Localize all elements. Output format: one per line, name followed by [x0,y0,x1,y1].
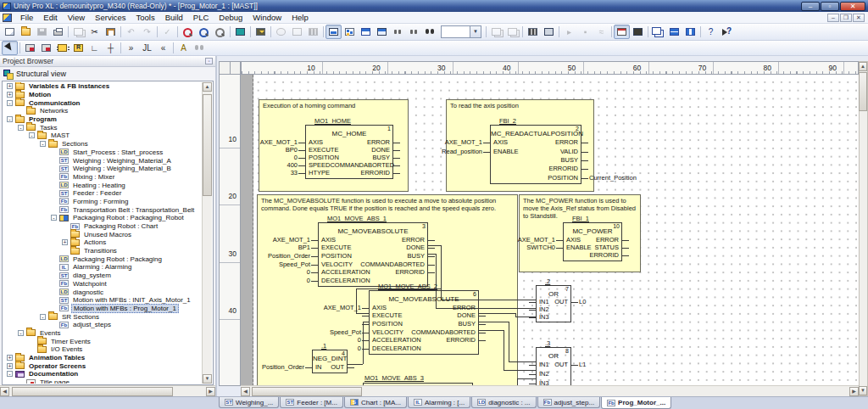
block-mc-moveabsolute-1[interactable]: MO1_MOVE_ABS_13MC_MOVEABSOLUTEAXISAXE_MO… [318,222,428,287]
search-prev-button[interactable] [390,25,406,39]
tree-item[interactable]: I/O Events [3,345,202,354]
tree-expander[interactable]: - [40,314,46,320]
data-selection-tool-button[interactable] [38,41,54,55]
chevron-down-icon[interactable]: ▼ [470,26,481,37]
minimize-button[interactable]: – [801,2,820,11]
tree-expander[interactable]: + [7,92,13,98]
tree-hscroll-thumb[interactable] [12,387,173,396]
tree-item[interactable]: LDdiagnostic [3,288,202,296]
tree-item[interactable]: +Animation Tables [3,354,202,362]
tree-item[interactable]: Unused Macros [3,230,202,238]
jump-tool-button[interactable]: » [123,41,139,55]
new-button[interactable] [2,25,18,39]
tree-expander[interactable]: - [7,100,13,106]
tree-expander[interactable]: + [7,83,13,89]
tree-expander[interactable]: + [7,355,13,361]
tree-horizontal-scrollbar[interactable]: ◀ ▶ [0,385,215,396]
tree-item[interactable]: FbMotion with MFBs : Prog_Motor_1 [3,305,202,313]
menu-file[interactable]: File [15,13,38,22]
tree-item[interactable]: Transitions [3,247,202,255]
connection-tool-button[interactable]: « [155,41,171,55]
block-or-upper[interactable]: .27ORIN1OUTL0IN2IN3 [536,285,571,322]
menu-plc[interactable]: PLC [188,13,214,22]
tree-item[interactable]: STWeighing : Weighing_Material_B [3,165,202,173]
block-mc-moveabsolute-2[interactable]: MO1_MOVE_ABS_26MC_MOVEABSOLUTEAXISAXE_MO… [369,290,479,355]
search-combo[interactable]: ▼ [441,25,481,38]
types-library-button[interactable] [342,25,358,39]
tab-feeder-m[interactable]: STFeeder : [M... [280,397,343,408]
tree-item[interactable]: -Tasks [3,123,202,132]
select-tool-button[interactable] [2,41,18,55]
tree-item[interactable]: FbForming : Forming [3,198,202,206]
tree-item[interactable]: -Communication [3,98,202,107]
tree-item[interactable]: LDStart_Process : Start_process [3,148,202,157]
block-or-lower[interactable]: .38ORIN1OUTL1IN2IN3 [536,347,571,386]
tree-item[interactable]: STdiag_system [3,272,202,280]
fbd-canvas[interactable]: Execution of a homing commandTo read the… [241,75,859,386]
generate-project-button[interactable] [212,25,228,39]
print-button[interactable] [50,25,66,39]
analyze-button[interactable] [196,25,212,39]
tree-item[interactable]: -Sections [3,140,202,148]
data-editor-button[interactable] [358,25,374,39]
scroll-down-arrow[interactable]: ▼ [203,374,212,384]
open-button[interactable] [18,25,34,39]
plc-connect-button[interactable] [525,25,541,39]
tab-weighing[interactable]: STWeighing_... [219,397,279,408]
editor-vertical-scrollbar[interactable]: ▲ ▼ [859,61,868,396]
structural-view-button[interactable] [326,25,342,39]
context-help-button[interactable] [719,25,735,39]
block-mc-power[interactable]: FBI_110MC_POWERAXISAXE_MOT_1ERRORENABLES… [563,222,622,261]
tree-item[interactable]: FbPackaging Robot : Chart [3,222,202,231]
tree-expander[interactable]: - [7,371,13,377]
menu-edit[interactable]: Edit [38,13,62,22]
editor-scroll-down-arrow[interactable]: ▼ [859,386,867,395]
tile-vertical-button[interactable] [682,25,698,39]
mdi-minimize-button[interactable]: – [827,14,839,22]
editor-scroll-left-arrow[interactable]: ◀ [241,387,250,396]
link-tool-button[interactable]: ┼ [103,41,119,55]
ffb-insert-tool-button[interactable] [54,41,70,55]
tree-item[interactable]: -Packaging Robot : Packaging_Robot [3,214,202,222]
tree-expander[interactable]: + [62,239,68,245]
tree-item[interactable]: Fbadjust_steps [3,321,202,329]
scroll-right-arrow[interactable]: ▶ [206,387,215,396]
tree-item[interactable]: FbWatchpoint [3,280,202,289]
jump-label-tool-button[interactable]: JL [139,41,155,55]
editor-scroll-right-arrow[interactable]: ▶ [849,387,859,396]
tree-expander[interactable]: + [7,363,13,369]
tree-item[interactable]: LDHeating : Heating [3,181,202,189]
tree-expander[interactable]: - [29,132,35,138]
block-mc-home[interactable]: MO1_HOME1MC_HOMEAXISAXE_MOT_1ERROREXECUT… [305,125,393,179]
tree-item[interactable]: STWeighing : Weighing_Material_A [3,156,202,165]
tree-expander[interactable]: - [18,330,24,336]
scroll-up-arrow[interactable]: ▲ [203,82,212,92]
menu-help[interactable]: Help [287,13,314,22]
editor-vscroll-thumb[interactable] [859,72,867,111]
tree-vertical-scrollbar[interactable]: ▲ ▼ [202,82,212,384]
tab-adjust-step[interactable]: Fbadjust_step... [537,397,601,408]
tree-item[interactable]: ILAlarming : Alarming [3,263,202,272]
tree-item[interactable]: Networks [3,107,202,115]
mdi-close-button[interactable]: ✕ [853,14,865,22]
transfer-button[interactable] [630,25,646,39]
tab-prog-motor[interactable]: FbProg_Motor_... [601,397,671,409]
comment-tool-button[interactable]: A [175,41,192,55]
tree-expander[interactable]: - [51,215,57,221]
menu-tools[interactable]: Tools [131,13,160,22]
tree-item[interactable]: +Variables & FB instances [3,82,202,91]
plc-simulator-button[interactable] [541,25,557,39]
subroutine-tool-button[interactable] [70,41,86,55]
editor-horizontal-scrollbar[interactable]: ◀ ▶ [241,385,859,396]
menu-window[interactable]: Window [248,13,287,22]
search-next-button[interactable] [406,25,422,39]
tree-expander[interactable]: - [7,116,13,122]
tree-item[interactable]: +Actions [3,238,202,247]
tree-item[interactable]: FbMixing : Mixer [3,173,202,182]
tab-chart-ma[interactable]: SChart : [MA... [344,397,407,408]
tree-item[interactable]: -SR Sections [3,312,202,321]
elbow-link-tool-button[interactable]: ∟ [86,41,103,55]
close-button[interactable]: ✕ [840,2,865,11]
menu-debug[interactable]: Debug [214,13,248,22]
maximize-button[interactable]: ▫ [821,2,839,11]
